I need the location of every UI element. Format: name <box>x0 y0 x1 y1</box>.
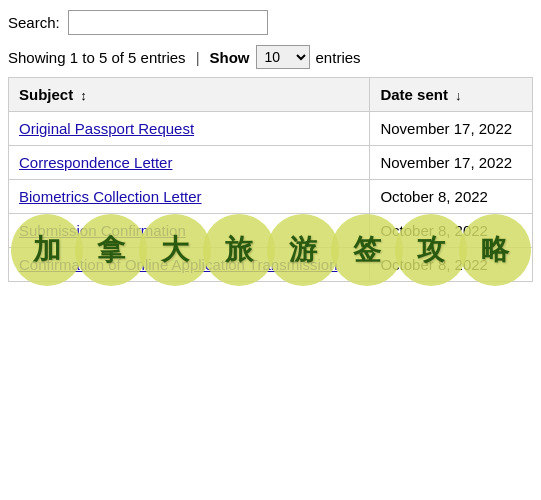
table-row: Submission ConfirmationOctober 8, 2022 <box>9 214 533 248</box>
entries-label: entries <box>316 49 361 66</box>
table-row: Original Passport RequestNovember 17, 20… <box>9 112 533 146</box>
cell-subject: Original Passport Request <box>9 112 370 146</box>
search-label: Search: <box>8 14 60 31</box>
cell-date: October 8, 2022 <box>370 180 533 214</box>
showing-text: Showing 1 to 5 of 5 entries <box>8 49 186 66</box>
show-label: Show <box>210 49 250 66</box>
showing-divider: | <box>196 49 200 66</box>
entries-select[interactable]: 10 25 50 100 <box>256 45 310 69</box>
showing-row: Showing 1 to 5 of 5 entries | Show 10 25… <box>8 45 533 69</box>
cell-date: October 8, 2022 <box>370 214 533 248</box>
cell-subject: Correspondence Letter <box>9 146 370 180</box>
documents-table: Subject ↕ Date sent ↓ Original Passport … <box>8 77 533 282</box>
table-header-row: Subject ↕ Date sent ↓ <box>9 78 533 112</box>
page-wrapper: Search: Showing 1 to 5 of 5 entries | Sh… <box>0 0 541 292</box>
col-subject-sort-icon: ↕ <box>80 88 87 103</box>
col-date-sent[interactable]: Date sent ↓ <box>370 78 533 112</box>
col-date-sent-label: Date sent <box>380 86 448 103</box>
search-row: Search: <box>8 10 533 35</box>
subject-link[interactable]: Confirmation of Online Application Trans… <box>19 256 338 273</box>
table-row: Biometrics Collection LetterOctober 8, 2… <box>9 180 533 214</box>
col-subject-label: Subject <box>19 86 73 103</box>
col-date-sent-sort-icon: ↓ <box>455 88 462 103</box>
table-row: Confirmation of Online Application Trans… <box>9 248 533 282</box>
cell-date: November 17, 2022 <box>370 146 533 180</box>
cell-subject: Confirmation of Online Application Trans… <box>9 248 370 282</box>
subject-link[interactable]: Submission Confirmation <box>19 222 186 239</box>
search-input[interactable] <box>68 10 268 35</box>
cell-subject: Submission Confirmation <box>9 214 370 248</box>
cell-date: November 17, 2022 <box>370 112 533 146</box>
subject-link[interactable]: Original Passport Request <box>19 120 194 137</box>
cell-subject: Biometrics Collection Letter <box>9 180 370 214</box>
cell-date: October 8, 2022 <box>370 248 533 282</box>
table-row: Correspondence LetterNovember 17, 2022 <box>9 146 533 180</box>
col-subject[interactable]: Subject ↕ <box>9 78 370 112</box>
subject-link[interactable]: Correspondence Letter <box>19 154 172 171</box>
subject-link[interactable]: Biometrics Collection Letter <box>19 188 202 205</box>
